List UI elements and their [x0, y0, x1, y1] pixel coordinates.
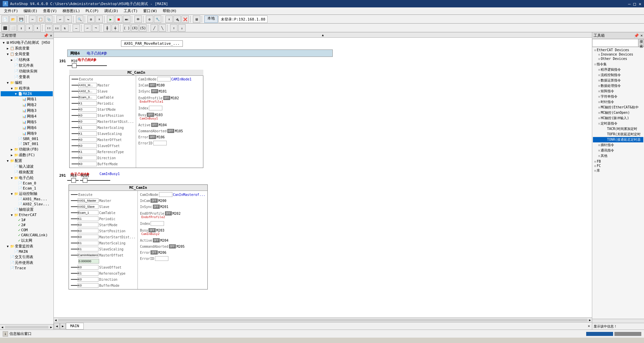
tree-item-ec1[interactable]: ✓ 1#: [1, 217, 53, 222]
input-ax01m-191[interactable]: [78, 83, 97, 88]
find-btn[interactable]: 🔍: [76, 15, 83, 23]
toolbox-item-dataproc[interactable]: ⊞ 数据处理指令: [593, 83, 643, 89]
tree-item-globalvars[interactable]: ▼ 📋 全局变量: [1, 51, 53, 57]
tb2-btn4[interactable]: ⬆: [26, 24, 33, 32]
expand-icon[interactable]: ▼: [9, 176, 14, 180]
expand-icon[interactable]: ▼: [5, 53, 10, 56]
input-startpos-191[interactable]: [78, 113, 97, 118]
tree-item-net2[interactable]: 📊 网络2: [1, 102, 53, 108]
tree-item-vartable[interactable]: 📄 变量表: [1, 74, 53, 80]
tree-item-ethercat[interactable]: ▼ 📁 EtherCAT: [1, 212, 53, 217]
menu-tools[interactable]: 工具(T): [121, 8, 140, 14]
monitor-btn[interactable]: 👁: [134, 15, 142, 23]
tree-item-main[interactable]: ▼ 📄 MAIN: [1, 91, 53, 96]
tb2-btn19[interactable]: ↓: [178, 24, 186, 32]
toolbox-item-others[interactable]: ⊞ Other Devices: [593, 57, 643, 61]
tree-item-axisgroup[interactable]: 📄 轴组设置: [1, 207, 53, 212]
toolbox-item-tonr[interactable]: TONR(接通延迟定时器: [593, 137, 643, 142]
out-caminnode-191[interactable]: [157, 77, 171, 81]
tree-item-softelem[interactable]: 📄 软元件表: [1, 63, 53, 68]
toolbox-item-timer[interactable]: ⊟ 定时器指令: [593, 121, 643, 126]
tb2-btn13[interactable]: ( ): [123, 24, 130, 32]
menu-window[interactable]: 窗口(W): [140, 8, 160, 14]
input-masterstartdist-291[interactable]: [78, 235, 98, 239]
toolbox-item-lib[interactable]: ⊞ 库: [593, 168, 643, 173]
toolbox-item-mc-ec[interactable]: ⊞ MC轴控(EtherCAT&轨中: [593, 105, 643, 110]
right-panel-scrollbar[interactable]: [592, 319, 644, 323]
redo-btn[interactable]: ↪: [65, 15, 72, 23]
menu-file[interactable]: 文件(F): [1, 8, 21, 14]
upload-btn[interactable]: ⬆: [165, 15, 173, 23]
toolbox-item-pointer[interactable]: ⊞ 插针指令: [593, 142, 643, 148]
tree-item-ethernet[interactable]: ✓ 以太网: [1, 238, 53, 243]
toolbox-item-instrset[interactable]: ⊟ 指令集: [593, 62, 643, 67]
minimize-button[interactable]: —: [628, 1, 631, 6]
input-ecam1-291[interactable]: [78, 210, 98, 215]
input-masteroffset-191[interactable]: [78, 137, 97, 142]
download-btn[interactable]: ⬇: [95, 15, 103, 23]
toolbox-item-fb-root[interactable]: ⊞ FB: [593, 159, 643, 164]
panel-pin-btn[interactable]: 📌: [43, 33, 48, 38]
expand-icon[interactable]: ▼: [13, 92, 18, 96]
input-startmode-291[interactable]: [78, 222, 98, 227]
toolbox-item-ethercat[interactable]: ⊞ EtherCAT Devices: [593, 48, 643, 52]
save-btn[interactable]: 💾: [17, 15, 25, 23]
expand-icon[interactable]: ▼: [9, 192, 14, 196]
input-buffermode-191[interactable]: [78, 162, 97, 166]
tree-item-net3[interactable]: 📊 网络3: [1, 108, 53, 113]
disconnect-btn[interactable]: ❌: [182, 15, 189, 23]
input-slavescaling-191[interactable]: [78, 131, 97, 136]
tab-nav-right[interactable]: ▶: [60, 323, 66, 329]
tree-item-ec2[interactable]: ✓ 2#: [1, 222, 53, 228]
tree-item-varmon-main[interactable]: 📄 MAIN: [1, 249, 53, 254]
tb2-btn6[interactable]: ↑↑: [45, 24, 52, 32]
tree-item-can[interactable]: ✓ CAN(CANLink): [1, 233, 53, 238]
copy-btn[interactable]: 📋: [37, 15, 44, 23]
title-bar-controls[interactable]: — □ ✕: [628, 1, 641, 6]
new-btn[interactable]: 📄: [1, 15, 9, 23]
open-btn[interactable]: 📂: [9, 15, 17, 23]
tree-item-moduleconfig[interactable]: 📄 模块配置: [1, 169, 53, 175]
input-startmode-191[interactable]: [78, 107, 97, 112]
tab-main[interactable]: MAIN: [66, 323, 84, 330]
out-errorid-291[interactable]: [155, 256, 168, 261]
tb2-btn3[interactable]: ↕: [17, 24, 25, 32]
toolbox-pin-btn[interactable]: 📌: [634, 33, 639, 38]
tree-item-com[interactable]: ✓ COM: [1, 228, 53, 233]
input-masteroffset-291[interactable]: [78, 253, 98, 258]
input-k1-291[interactable]: [78, 216, 98, 221]
run-btn[interactable]: ▶: [107, 15, 114, 23]
input-masterscaling-191[interactable]: [78, 125, 97, 130]
expand-icon[interactable]: ▼: [5, 245, 10, 248]
tb2-btn7[interactable]: ↕↕: [53, 24, 61, 32]
info-output-bar[interactable]: i 信息输出窗口: [0, 330, 644, 338]
input-masteroffset-val-291[interactable]: [78, 259, 99, 264]
input-reftype-191[interactable]: [78, 149, 97, 154]
tree-item-net6[interactable]: 📊 网络6: [1, 125, 53, 131]
input-k1-191[interactable]: [78, 101, 97, 106]
tb2-btn14[interactable]: (X): [131, 24, 138, 32]
tree-item-trace[interactable]: 📄 Trace: [1, 266, 53, 271]
tree-item-fb[interactable]: ▶ 📁 功能块(FB): [1, 146, 53, 152]
input-buffermode-291[interactable]: [78, 283, 98, 288]
menu-view[interactable]: 查看(V): [40, 8, 60, 14]
maximize-button[interactable]: □: [633, 1, 636, 6]
tree-item-varmonitor[interactable]: ▼ 📁 变量监控表: [1, 243, 53, 249]
canvas-area[interactable]: AX01_PAR_MoveRelative_... 网络6 电子凸轮#参 191: [54, 38, 592, 317]
input-ax02s-291[interactable]: [78, 204, 98, 209]
input-ecam0-191[interactable]: [78, 95, 97, 100]
tree-item-root[interactable]: ▼ 🖥 H5U电子凸轮测试 [H5U: [1, 40, 53, 45]
expand-icon[interactable]: ▶: [9, 58, 14, 62]
tree-item-ecam1[interactable]: 📄 Ecam_1: [1, 186, 53, 191]
input-direction-291[interactable]: [78, 277, 98, 282]
input-ax02s-191[interactable]: [78, 89, 97, 94]
toolbox-item-comm[interactable]: ⊞ 通讯指令: [593, 148, 643, 153]
toolbox-item-tacr[interactable]: TACR(时间累加定时: [593, 126, 643, 132]
toolbox-item-other[interactable]: ⊞ 其他: [593, 153, 643, 159]
tb2-btn10[interactable]: ¬: [92, 24, 99, 32]
input-slavescaling-291[interactable]: [78, 247, 98, 251]
tree-item-inputfilter[interactable]: 📄 输入滤波: [1, 164, 53, 169]
tb2-btn2[interactable]: ⬜: [9, 24, 17, 32]
local-network-btn[interactable]: 本地: [204, 15, 218, 23]
tree-item-ax02[interactable]: 📄 AX02_Slav...: [1, 202, 53, 207]
